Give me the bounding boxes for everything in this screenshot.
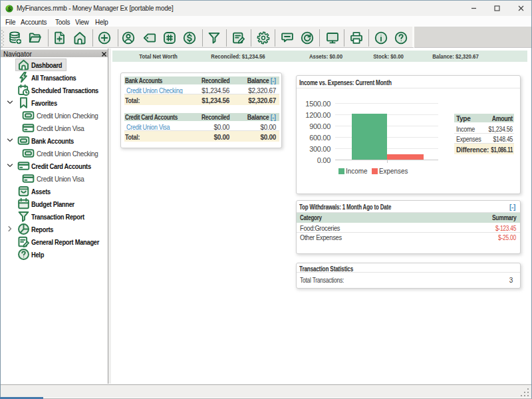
svg-text:$: $ xyxy=(8,5,11,12)
